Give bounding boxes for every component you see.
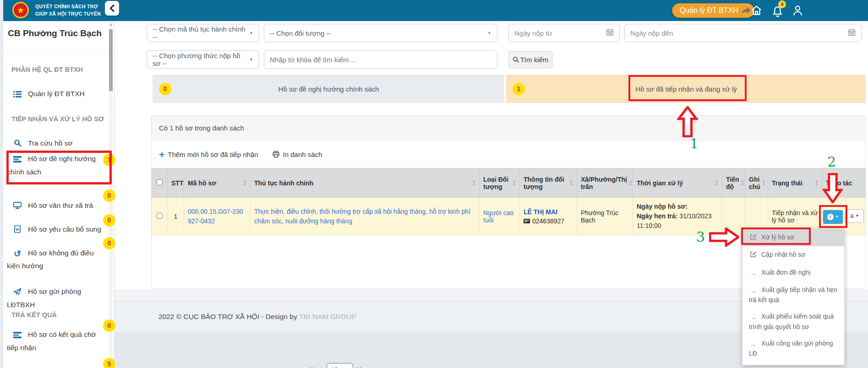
select-value: -- Chọn đối tượng -- bbox=[270, 29, 331, 37]
record-code-link[interactable]: 000.00.15.G07-230927-0432 bbox=[188, 208, 243, 225]
column-header[interactable]: Ghi chú bbox=[749, 176, 760, 190]
print-list-label: In danh sách bbox=[283, 151, 322, 158]
sidebar-divider bbox=[3, 50, 115, 51]
sidebar-collapse-button[interactable] bbox=[105, 1, 119, 16]
select-value: -- Chọn mã thủ tục hành chính -- bbox=[153, 25, 249, 41]
menu-item-xuat-phieu-kiem-soat[interactable]: →Xuất phiếu kiểm soát quá trình giải quy… bbox=[742, 308, 844, 335]
info-icon: i bbox=[827, 214, 834, 220]
card-toolbar: + Thêm mới hồ sơ đã tiếp nhận In danh sá… bbox=[152, 141, 865, 168]
tab-ho-so-de-nghi[interactable]: 0 Hồ sơ đề nghị hưởng chính sách bbox=[153, 75, 504, 103]
menu-item-cap-nhat-ho-so[interactable]: Cập nhật hồ sơ bbox=[742, 246, 844, 264]
sort-icon[interactable]: ▲▼ bbox=[243, 180, 246, 186]
subject-select[interactable]: -- Chọn đối tượng --▼ bbox=[264, 24, 497, 42]
sidebar-item-ho-so-bo-sung[interactable]: wHồ sơ yêu cầu bổ sung bbox=[7, 223, 104, 237]
sidebar-item-ho-so-gui-phong[interactable]: Hồ sơ gửi phòng LĐTBXH bbox=[7, 286, 104, 311]
search-button-label: Tìm kiếm bbox=[520, 56, 549, 64]
submit-method-select[interactable]: -- Chọn phương thức nộp hồ sơ --▼ bbox=[147, 50, 259, 69]
user-account-button[interactable] bbox=[792, 4, 804, 18]
calendar-icon bbox=[606, 28, 614, 38]
column-header[interactable]: Thủ tục hành chính bbox=[254, 179, 313, 187]
select-all-checkbox[interactable] bbox=[157, 179, 163, 185]
menu-item-label: Xuất đơn đề nghị bbox=[761, 269, 810, 276]
row-actions-menu-button[interactable]: ≡▼ bbox=[845, 209, 864, 223]
sidebar-item-ho-so-van-thu[interactable]: Hồ sơ văn thư xã trả bbox=[7, 200, 104, 213]
sort-icon[interactable]: ▲▼ bbox=[472, 180, 475, 186]
word-document-icon: w bbox=[12, 225, 22, 237]
add-record-button[interactable]: + Thêm mới hồ sơ đã tiếp nhận bbox=[159, 150, 258, 159]
sort-icon[interactable]: ▲▼ bbox=[513, 180, 516, 186]
app-switch-label: Quản lý ĐT BTXH bbox=[680, 6, 738, 14]
sidebar-item-quan-ly-dt-btxh[interactable]: Quản lý ĐT BTXH bbox=[7, 88, 104, 101]
status-text: Tiếp nhận và xử lý hồ sơ bbox=[772, 209, 818, 224]
sort-icon[interactable]: ▲▼ bbox=[629, 180, 632, 186]
chevron-down-icon: ▼ bbox=[487, 31, 491, 35]
arrow-right-icon: → bbox=[749, 313, 757, 322]
date-from-field[interactable]: Ngày nộp từ bbox=[508, 24, 620, 42]
undo-icon: ↺ bbox=[12, 248, 22, 260]
sidebar: CB Phường Trúc Bạch PHÂN HỆ QL ĐT BTXH Q… bbox=[3, 21, 115, 368]
sidebar-item-tra-cuu-ho-so[interactable]: Tra cứu hồ sơ bbox=[7, 137, 104, 151]
tab-ho-so-da-tiep-nhan[interactable]: 1 Hồ sơ đã tiếp nhận và đang xử lý bbox=[506, 75, 866, 103]
chevron-left-icon bbox=[109, 5, 115, 12]
menu-item-label: Xuất công văn gửi phòng LĐ bbox=[749, 340, 833, 357]
page-size-select[interactable]: 10 ▼ bbox=[327, 363, 353, 368]
footer-copyright: 2022 © CỤC BẢO TRỢ XÃ HỘI - Design by bbox=[158, 313, 297, 321]
tab-count-badge: 1 bbox=[513, 83, 525, 95]
sort-icon[interactable]: ▲▼ bbox=[741, 180, 744, 186]
menu-item-xuat-cong-van[interactable]: →Xuất công văn gửi phòng LĐ bbox=[742, 335, 844, 362]
sort-icon[interactable]: ▲▼ bbox=[815, 180, 818, 186]
menu-item-xuat-giay-tiep-nhan[interactable]: →Xuất giấy tiếp nhận và hẹn trả kết quả bbox=[742, 281, 844, 308]
top-header: ★ QUYẾT CHÍNH SÁCH TRỢ GIÚP XÃ HỘI TRỰC … bbox=[3, 0, 868, 21]
app-switch-button[interactable]: Quản lý ĐT BTXH bbox=[672, 3, 754, 18]
tab-label: Hồ sơ đề nghị hưởng chính sách bbox=[171, 85, 486, 93]
pagination-unit-label: Mục bbox=[356, 366, 368, 368]
sidebar-item-ho-so-de-nghi[interactable]: Hồ sơ đề nghị hưởng chính sách bbox=[7, 153, 104, 178]
home-button[interactable] bbox=[750, 4, 763, 18]
row-info-dropdown-button[interactable]: i▼ bbox=[823, 210, 843, 224]
printer-icon bbox=[272, 151, 280, 158]
menu-item-xu-ly-ho-so[interactable]: Xử lý hồ sơ bbox=[742, 229, 844, 246]
menu-item-xuat-don-de-nghi[interactable]: →Xuất đơn đề nghị bbox=[742, 264, 844, 281]
paper-plane-icon bbox=[12, 287, 22, 299]
app-logo-title: QUYẾT CHÍNH SÁCH TRỢ GIÚP XÃ HỘI TRỰC TU… bbox=[35, 3, 101, 18]
column-header[interactable]: STT bbox=[171, 179, 183, 187]
ward-name: Phường Trúc Bạch bbox=[581, 209, 618, 224]
arrow-right-icon: → bbox=[749, 286, 757, 295]
plus-icon: + bbox=[159, 150, 164, 159]
sidebar-item-ho-so-ket-qua[interactable]: Hồ sơ có kết quả chờ tiếp nhận bbox=[7, 329, 104, 354]
column-header[interactable]: Thông tin đối tượng bbox=[524, 176, 568, 190]
chevron-down-icon: ▼ bbox=[855, 214, 859, 218]
sort-icon[interactable]: ▲▼ bbox=[715, 180, 718, 186]
table-header-row: STT Mã hồ sơ▲▼ Thủ tục hành chính▲▼ Loại… bbox=[152, 168, 866, 198]
scrollbar-thumb[interactable] bbox=[109, 29, 113, 91]
subject-id-line: 024638927 bbox=[524, 217, 573, 225]
procedure-text: Thực hiện, điều chỉnh, thôi hưởng trợ cấ… bbox=[254, 207, 475, 226]
sort-icon[interactable]: ▲▼ bbox=[570, 180, 573, 186]
sidebar-section-intake: TIẾP NHẬN VÀ XỬ LÝ HỒ SƠ bbox=[11, 115, 104, 123]
print-list-button[interactable]: In danh sách bbox=[272, 151, 322, 158]
count-badge: 0 bbox=[103, 214, 115, 227]
record-count-bar: Có 1 hồ sơ trong danh sách bbox=[152, 116, 865, 141]
search-button[interactable]: Tìm kiếm bbox=[508, 51, 552, 68]
count-badge: 1 bbox=[103, 154, 115, 166]
chevron-down-icon: ▼ bbox=[249, 31, 253, 35]
sort-icon[interactable]: ▲▼ bbox=[762, 180, 765, 186]
keyword-search-wrap bbox=[264, 50, 497, 69]
row-checkbox[interactable] bbox=[157, 213, 163, 219]
scroll-up-icon: ▲ bbox=[109, 23, 113, 26]
procedure-code-select[interactable]: -- Chọn mã thủ tục hành chính --▼ bbox=[147, 24, 259, 42]
column-header[interactable]: Mã hồ sơ bbox=[188, 179, 216, 187]
subject-name-link[interactable]: LÊ THỊ MAI bbox=[524, 208, 573, 216]
national-emblem-logo: ★ bbox=[12, 2, 29, 18]
arrow-right-icon: → bbox=[749, 340, 757, 349]
calendar-icon bbox=[848, 28, 856, 38]
star-icon: ★ bbox=[16, 6, 24, 15]
column-header[interactable]: Loại Đối tượng bbox=[483, 176, 511, 190]
column-header[interactable]: Trạng thái bbox=[772, 179, 802, 187]
column-header[interactable]: Tiến độ bbox=[726, 176, 739, 190]
column-header[interactable]: Thời gian xử lý bbox=[637, 179, 683, 187]
sidebar-item-ho-so-khong-du-dieu-kien[interactable]: ↺Hồ sơ không đủ điều kiện hưởng bbox=[7, 247, 104, 272]
column-header[interactable]: Xã/Phường/Thị trấn bbox=[581, 176, 627, 190]
keyword-search-input[interactable] bbox=[264, 51, 497, 68]
date-to-field[interactable]: Ngày nộp đến bbox=[624, 24, 862, 42]
